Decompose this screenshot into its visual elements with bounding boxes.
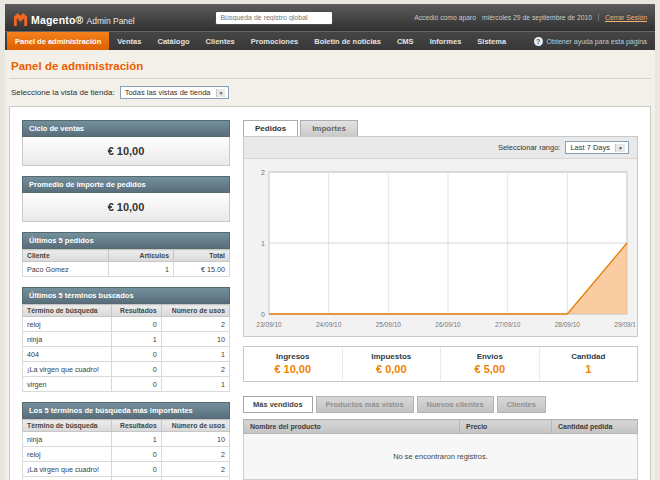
col-term: Término de búsqueda [23,305,112,317]
chart-tabs: Pedidos Importes [243,120,638,136]
term-uses: 2 [161,362,229,377]
search-term-row[interactable]: ninja 1 10 [23,432,230,447]
col-uses: Número de usos [161,305,229,317]
logo-wordmark: Magento® [31,14,84,26]
header-user-area: Accedió como aparo miércoles 29 de septi… [414,14,647,21]
order-total: € 15.00 [174,262,230,277]
order-row[interactable]: Paco Gomez 1 € 15.00 [23,262,230,277]
range-select[interactable]: Last 7 Days ▼ [565,141,629,154]
search-term-row[interactable]: virgen 0 1 [23,377,230,392]
nav-item-dashboard[interactable]: Panel de administración [7,32,109,50]
last-orders-box: Últimos 5 pedidos Cliente Artículos Tota… [22,232,230,277]
logout-link[interactable]: Cerrar Sesión [598,14,647,21]
product-tabs: Más vendidos Productos más vistos Nuevos… [243,396,638,413]
col-qty: Cantidad pedida [552,420,638,434]
range-value: Last 7 Days [570,143,610,152]
stat-impuestos: Impuestos € 0,00 [342,347,441,381]
search-term-row[interactable]: reloj 0 2 [23,317,230,332]
nav-item-clientes[interactable]: Clientes [198,32,243,50]
term-uses: 10 [161,432,229,447]
help-label: Obtener ayuda para esta página [547,38,647,45]
stat-ingresos: Ingresos € 10,00 [244,347,342,381]
search-term-row[interactable]: 404 0 1 [23,347,230,362]
nav-item-cms[interactable]: CMS [389,32,422,50]
nav-item-ventas[interactable]: Ventas [109,32,149,50]
tab-mas-vendidos[interactable]: Más vendidos [243,396,313,413]
order-items: 1 [108,262,173,277]
help-icon: ? [534,37,543,46]
term-results: 1 [111,332,161,347]
stat-envios: Envíos € 5,00 [440,347,539,381]
stat-label: Envíos [443,352,537,361]
nav-item-catalogo[interactable]: Catálogo [149,32,197,50]
store-view-select[interactable]: Todas las vistas de tienda ▼ [120,86,230,99]
svg-text:1: 1 [261,240,265,247]
term-results: 0 [111,377,161,392]
term-results: 0 [111,477,161,480]
store-view-value: Todas las vistas de tienda [125,88,211,97]
svg-text:24/09/10: 24/09/10 [316,321,342,328]
tab-pedidos[interactable]: Pedidos [243,120,298,136]
range-label: Seleccionar rango: [498,143,561,152]
orders-chart: 01223/09/1024/09/1025/09/1026/09/1027/09… [244,159,637,336]
nav-item-informes[interactable]: Informes [422,32,470,50]
bestsellers-table: Nombre del producto Precio Cantidad pedi… [243,419,638,480]
search-term-row[interactable]: reloj 0 2 [23,447,230,462]
current-date: miércoles 29 de septiembre de 2010 [482,14,592,21]
col-term: Término de búsqueda [23,420,112,432]
last-search-terms-box: Últimos 5 términos buscados Término de b… [22,287,230,392]
svg-text:2: 2 [261,169,265,176]
col-results: Resultados [111,305,161,317]
store-view-row: Seleccione la vista de tienda: Todas las… [11,86,649,99]
term-results: 0 [111,362,161,377]
last-orders-title: Últimos 5 pedidos [22,232,230,249]
page-title: Panel de administración [11,60,649,72]
stat-label: Cantidad [542,352,636,361]
tab-clientes[interactable]: Clientes [497,396,546,413]
term-uses: 2 [161,447,229,462]
tab-importes[interactable]: Importes [300,120,358,136]
logo-subtitle: Admin Panel [87,16,135,26]
term-uses: 2 [161,317,229,332]
global-search-input[interactable] [215,11,333,25]
page-help-link[interactable]: ? Obtener ayuda para esta página [526,32,655,50]
term-uses: 10 [161,332,229,347]
nav-item-boletin[interactable]: Boletín de noticias [306,32,389,50]
nav-item-promociones[interactable]: Promociones [243,32,307,50]
magento-logo[interactable]: Magento® Admin Panel [13,9,135,26]
col-product-name: Nombre del producto [244,420,460,434]
term: virgen [23,377,112,392]
term-uses: 1 [161,477,229,480]
stat-value: € 10,00 [246,363,340,375]
term-results: 1 [111,432,161,447]
orders-area-chart: 01223/09/1024/09/1025/09/1026/09/1027/09… [247,164,635,334]
term-results: 0 [111,462,161,477]
search-term-row[interactable]: ¡La virgen que cuadro! 0 2 [23,462,230,477]
tab-nuevos-clientes[interactable]: Nuevos clientes [417,396,494,413]
lifetime-sales-value: € 10,00 [22,137,230,166]
col-uses: Número de usos [161,420,229,432]
stat-cantidad: Cantidad 1 [539,347,638,381]
term: ninja [23,432,112,447]
page-content: Panel de administración Seleccione la vi… [5,50,655,480]
term: ninja [23,332,112,347]
term-results: 0 [111,317,161,332]
search-term-row[interactable]: 404 0 1 [23,477,230,480]
col-results: Resultados [111,420,161,432]
term-results: 0 [111,447,161,462]
last-search-terms-table: Término de búsqueda Resultados Número de… [22,304,230,392]
stat-label: Ingresos [246,352,340,361]
svg-text:25/09/10: 25/09/10 [376,321,402,328]
nav-item-sistema[interactable]: Sistema [469,32,514,50]
magento-admin-app: Magento® Admin Panel Accedió como aparo … [5,4,655,480]
term: 404 [23,347,112,362]
search-term-row[interactable]: ¡La virgen que cuadro! 0 2 [23,362,230,377]
svg-text:29/09/10: 29/09/10 [614,321,635,328]
svg-text:0: 0 [261,311,265,318]
tab-productos-mas-vistos[interactable]: Productos más vistos [316,396,414,413]
stat-value: 1 [542,363,636,375]
chevron-down-icon: ▼ [216,89,226,97]
average-orders-box: Promedio de importe de pedidos € 10,00 [22,176,230,222]
term: reloj [23,447,112,462]
search-term-row[interactable]: ninja 1 10 [23,332,230,347]
